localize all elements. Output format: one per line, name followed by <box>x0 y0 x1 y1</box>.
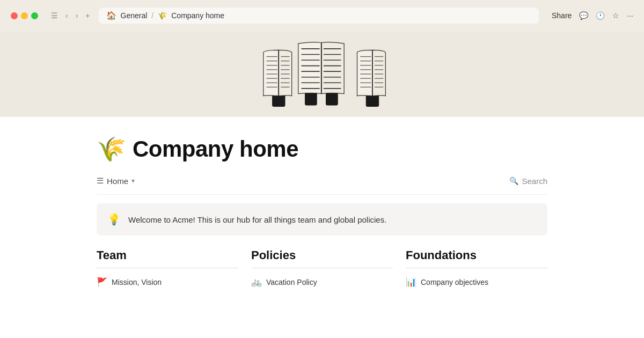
item-label: Company objectives <box>421 278 488 286</box>
team-column: Team 🚩 Mission, Vision <box>97 248 238 289</box>
home-view-button[interactable]: ☰ Home ▾ <box>97 176 135 186</box>
policies-column-header: Policies <box>251 248 393 268</box>
breadcrumb-workspace: General <box>121 11 148 20</box>
list-item[interactable]: 🚩 Mission, Vision <box>97 275 238 289</box>
content-wrapper: 🌾 Company home ☰ Home ▾ 🔍 Search 💡 Welco… <box>0 31 644 338</box>
columns-container: Team 🚩 Mission, Vision Policies 🚲 Vacati… <box>97 248 547 289</box>
browser-chrome: ☰ ‹ › + 🏠 General / 🌾 Company home Share… <box>0 0 644 31</box>
page-title-area: 🌾 Company home <box>97 117 547 173</box>
policies-column: Policies 🚲 Vacation Policy <box>251 248 393 289</box>
info-message: Welcome to Acme! This is our hub for all… <box>128 215 386 224</box>
svg-rect-18 <box>305 92 317 106</box>
chart-icon: 📊 <box>406 277 416 287</box>
list-icon: ☰ <box>97 176 104 186</box>
search-label: Search <box>522 177 547 186</box>
more-icon[interactable]: ··· <box>627 11 633 20</box>
info-banner: 💡 Welcome to Acme! This is our hub for a… <box>97 203 547 236</box>
new-tab-button[interactable]: + <box>83 10 92 21</box>
close-button[interactable] <box>11 12 18 19</box>
books-illustration <box>235 39 409 109</box>
bike-icon: 🚲 <box>251 277 262 287</box>
list-item[interactable]: 🚲 Vacation Policy <box>251 275 393 289</box>
item-label: Vacation Policy <box>266 278 317 286</box>
team-column-header: Team <box>97 248 238 268</box>
toolbar: ☰ Home ▾ 🔍 Search <box>97 173 547 195</box>
foundations-column: Foundations 📊 Company objectives <box>406 248 547 289</box>
comment-icon[interactable]: 💬 <box>579 11 588 20</box>
page-title: Company home <box>133 136 298 162</box>
traffic-lights <box>11 12 38 19</box>
home-workspace-icon: 🏠 <box>106 11 116 20</box>
forward-button[interactable]: › <box>74 10 80 21</box>
item-label: Mission, Vision <box>112 278 162 286</box>
search-icon: 🔍 <box>509 177 518 185</box>
page-content: 🌾 Company home ☰ Home ▾ 🔍 Search 💡 Welco… <box>0 117 644 338</box>
maximize-button[interactable] <box>31 12 38 19</box>
list-item[interactable]: 📊 Company objectives <box>406 275 547 289</box>
back-button[interactable]: ‹ <box>63 10 70 21</box>
flag-icon: 🚩 <box>97 277 107 287</box>
address-bar[interactable]: 🏠 General / 🌾 Company home <box>99 8 539 24</box>
history-icon[interactable]: 🕐 <box>596 11 605 20</box>
lightbulb-icon: 💡 <box>107 213 121 226</box>
star-icon[interactable]: ☆ <box>612 11 619 20</box>
chevron-down-icon: ▾ <box>131 177 135 185</box>
home-label: Home <box>107 177 128 186</box>
browser-controls: ☰ ‹ › + <box>49 10 92 21</box>
share-button[interactable]: Share <box>552 11 572 20</box>
svg-rect-19 <box>326 92 338 106</box>
search-button[interactable]: 🔍 Search <box>509 177 547 186</box>
minimize-button[interactable] <box>21 12 28 19</box>
menu-icon[interactable]: ☰ <box>49 10 60 21</box>
breadcrumb-page-icon: 🌾 <box>158 11 167 20</box>
page-emoji: 🌾 <box>97 137 126 161</box>
browser-actions: Share 💬 🕐 ☆ ··· <box>552 11 633 20</box>
breadcrumb-page-label: Company home <box>171 11 224 20</box>
breadcrumb-separator: / <box>151 11 153 20</box>
banner <box>0 31 644 117</box>
foundations-column-header: Foundations <box>406 248 547 268</box>
